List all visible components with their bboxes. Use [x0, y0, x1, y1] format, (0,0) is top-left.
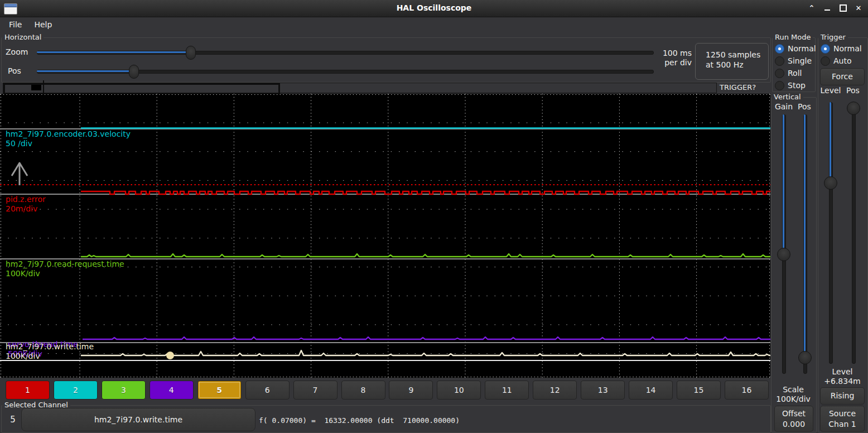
record-bar-marker	[31, 85, 41, 90]
trigger-status-label: TRIGGER?	[720, 83, 766, 92]
channel-button-9[interactable]: 9	[389, 381, 433, 400]
minimize-button[interactable]	[821, 1, 833, 15]
zoom-slider-label: Zoom	[6, 47, 28, 56]
run-mode-normal[interactable]: Normal	[775, 44, 816, 54]
pos-slider-fill	[37, 70, 133, 72]
channel-button-15[interactable]: 15	[677, 381, 721, 400]
trace-hm2_7i97.0.read-request.time	[81, 254, 770, 257]
vertical-pos-label: Pos	[796, 102, 813, 111]
trigger-mode-auto[interactable]: Auto	[821, 56, 852, 66]
channel-button-7[interactable]: 7	[293, 381, 337, 400]
channel-button-14[interactable]: 14	[629, 381, 673, 400]
channel-button-10[interactable]: 10	[437, 381, 481, 400]
close-button[interactable]: ✕	[852, 1, 865, 15]
trace-label-hm2_7i97.0.encoder.03.velocity: hm2_7i97.0.encoder.03.velocity50 /div	[6, 129, 131, 148]
trace-label-hm2_7i97.0.read-request.time: hm2_7i97.0.read-request.time100K/div	[6, 259, 124, 278]
run-mode-single-label: Single	[788, 56, 812, 65]
vertical-gain-label: Gain	[773, 102, 794, 111]
selected-channel-name-button[interactable]: hm2_7i97.0.write.time	[21, 408, 255, 431]
channel-button-6[interactable]: 6	[245, 381, 290, 400]
channel-button-5[interactable]: 5	[197, 381, 242, 400]
horizontal-frame-label: Horizontal	[2, 33, 44, 41]
record-bar-trigger-tick	[43, 80, 44, 94]
trigger-source-button[interactable]: Source Chan 1	[820, 406, 865, 432]
shade-button[interactable]: ⌃	[806, 1, 818, 15]
pos-slider-label: Pos	[8, 66, 21, 75]
vertical-pos-slider-fill	[804, 114, 806, 357]
vertical-frame-label: Vertical	[771, 93, 803, 101]
channel-button-2[interactable]: 2	[54, 381, 98, 400]
vertical-offset-button[interactable]: Offset 0.000	[774, 406, 813, 432]
channel-button-3[interactable]: 3	[102, 381, 146, 400]
cursor-value-readout: f( 0.07000) = 16332.00000 (ddt 710000.00…	[259, 416, 460, 425]
channel-button-12[interactable]: 12	[533, 381, 577, 400]
menu-item-file[interactable]: File	[6, 19, 25, 30]
trigger-level-slider-fill	[830, 102, 831, 182]
run-mode-roll-radio-icon[interactable]	[775, 69, 784, 78]
run-mode-stop[interactable]: Stop	[775, 80, 806, 90]
trigger-pos-slider-handle[interactable]	[847, 102, 860, 115]
selected-channel-number: 5	[7, 415, 19, 425]
channel-button-8[interactable]: 8	[341, 381, 385, 400]
trace-hm2_7i97.0.write.time	[81, 350, 770, 355]
trigger-level-slider-handle[interactable]	[824, 176, 837, 190]
trigger-mode-normal-label: Normal	[833, 44, 862, 53]
trigger-pos-label: Pos	[845, 86, 861, 95]
trace-label-hm2_7i97.0.write.time: hm2_7i97.0.write.time100K/div	[6, 342, 94, 361]
run-mode-normal-radio-icon[interactable]	[775, 44, 784, 54]
trigger-mode-normal-radio-icon[interactable]	[821, 44, 830, 54]
channel-button-1[interactable]: 1	[6, 381, 50, 400]
zoom-slider-handle[interactable]	[186, 46, 196, 60]
zoom-slider-fill	[37, 51, 190, 53]
run-mode-stop-radio-icon[interactable]	[775, 81, 784, 90]
trigger-mode-auto-radio-icon[interactable]	[821, 56, 830, 66]
menu-item-help[interactable]: Help	[31, 19, 55, 30]
channel-button-11[interactable]: 11	[485, 381, 529, 400]
pos-slider-handle[interactable]	[129, 65, 139, 79]
menubar: FileHelp	[0, 17, 868, 31]
app-window: HAL Oscilloscope ⌃ ✕ FileHelp Horizontal…	[0, 0, 868, 433]
channel-button-4[interactable]: 4	[150, 381, 194, 400]
scope-display: hm2_7i97.0.encoder.03.velocity50 /divpid…	[0, 94, 770, 378]
maximize-button[interactable]	[837, 1, 849, 15]
trigger-position-arrow-icon	[12, 163, 27, 185]
trace-servo-thread.time	[83, 337, 770, 339]
samples-info-button[interactable]: 1250 samples at 500 Hz	[695, 43, 769, 80]
selected-sample-marker	[166, 352, 174, 359]
run-mode-single-radio-icon[interactable]	[775, 56, 784, 66]
vertical-pos-slider-handle[interactable]	[798, 351, 812, 364]
trigger-level-label: Level	[819, 86, 842, 95]
record-bar-window	[3, 83, 280, 95]
run-mode-single[interactable]: Single	[775, 56, 812, 66]
vertical-frame	[771, 97, 817, 432]
vertical-gain-slider-handle[interactable]	[777, 248, 790, 261]
vertical-scale-readout: Scale 100K/div	[771, 385, 816, 404]
trigger-edge-button[interactable]: Rising	[820, 387, 865, 405]
window-controls: ⌃ ✕	[806, 1, 865, 15]
trigger-mode-auto-label: Auto	[833, 56, 852, 65]
time-per-div-readout: 100 ms per div	[652, 49, 692, 68]
force-trigger-button[interactable]: Force	[820, 68, 865, 85]
titlebar[interactable]: HAL Oscilloscope ⌃ ✕	[0, 0, 868, 17]
channel-button-13[interactable]: 13	[581, 381, 625, 400]
window-title: HAL Oscilloscope	[0, 3, 868, 12]
trigger-mode-normal[interactable]: Normal	[821, 44, 862, 54]
trigger-pos-slider-track[interactable]	[852, 102, 856, 364]
trace-label-pid.z.error: pid.z.error20m/div	[6, 195, 46, 214]
run-mode-roll[interactable]: Roll	[775, 68, 802, 78]
vertical-gain-slider-fill	[783, 114, 784, 254]
run-mode-frame-label: Run Mode	[773, 33, 813, 41]
run-mode-roll-label: Roll	[788, 69, 802, 78]
trigger-level-readout: Level +6.834m	[818, 367, 867, 386]
run-mode-normal-label: Normal	[788, 44, 816, 53]
trigger-frame-label: Trigger	[818, 33, 848, 41]
run-mode-stop-label: Stop	[788, 81, 806, 90]
channel-button-16[interactable]: 16	[725, 381, 769, 400]
